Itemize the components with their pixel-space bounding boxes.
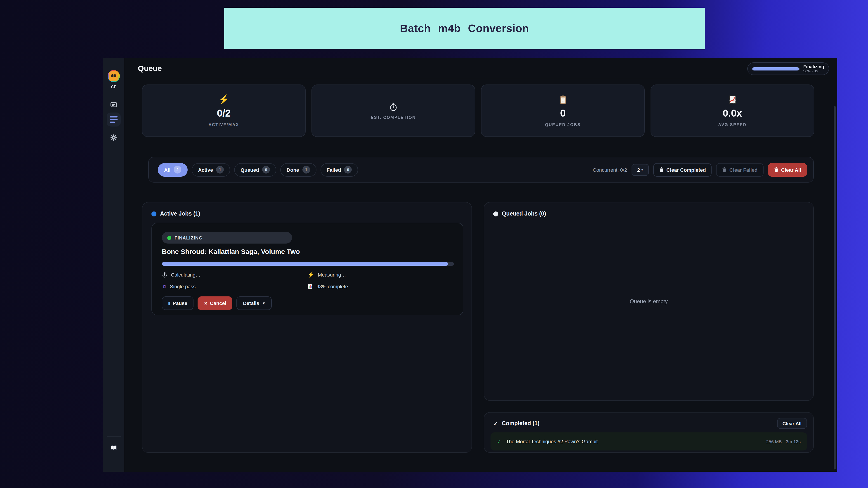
queued-status-dot: [493, 211, 498, 216]
completed-item-size: 256 MB: [766, 439, 782, 444]
sidebar-item-settings[interactable]: [103, 134, 124, 141]
global-progress-fill: [752, 67, 799, 70]
stat-label: ACTIVE/MAX: [209, 123, 239, 127]
stat-label: AVG SPEED: [718, 123, 746, 127]
trash-icon: [659, 167, 664, 172]
title-banner: Batch m4b Conversion: [224, 8, 705, 49]
cancel-button[interactable]: × Cancel: [198, 296, 232, 310]
count-badge: 2: [174, 166, 181, 173]
pause-button[interactable]: Ⅱ Pause: [162, 296, 194, 310]
progress-detail-label: 98% • 0s: [803, 69, 824, 73]
chevron-down-icon: ▾: [641, 168, 643, 172]
sidebar-divider: [107, 436, 121, 437]
details-button[interactable]: Details ▼: [237, 296, 272, 310]
sidebar: CF: [103, 58, 124, 472]
completed-panel: ✓ Completed (1) Clear All ✓ The Mortal T…: [484, 412, 814, 453]
active-jobs-panel: Active Jobs (1) FINALIZING Bone Shroud: …: [142, 202, 472, 453]
stat-card-est-completion: EST. COMPLETION: [311, 85, 475, 137]
sidebar-item-docs[interactable]: [103, 445, 124, 451]
filter-tabs: All 2 Active 1 Queued 0 Done 1 Failed: [158, 163, 358, 176]
card-text-icon: [110, 101, 118, 108]
tab-all[interactable]: All 2: [158, 163, 188, 176]
sidebar-item-library[interactable]: [103, 101, 124, 108]
progress-stage-label: Finalizing: [803, 64, 824, 69]
stat-card-queued-jobs: 0 QUEUED JOBS: [481, 85, 645, 137]
stopwatch-icon: [389, 102, 398, 112]
stat-label: EST. COMPLETION: [371, 115, 416, 120]
job-detail-pass: ♫ Single pass: [162, 283, 307, 290]
close-icon: ×: [204, 300, 207, 306]
stat-label: QUEUED JOBS: [545, 123, 581, 127]
count-badge: 0: [262, 166, 270, 173]
clear-failed-button[interactable]: Clear Failed: [716, 163, 764, 176]
concurrent-select[interactable]: 2 ▾: [631, 164, 649, 175]
tab-done[interactable]: Done 1: [280, 163, 316, 176]
active-status-dot: [151, 211, 156, 216]
music-notes-icon: ♫: [162, 283, 166, 290]
count-badge: 1: [216, 166, 224, 173]
stat-value: 0: [560, 107, 566, 119]
completed-item-title: The Mortal Techniques #2 Pawn's Gambit: [506, 439, 598, 444]
tab-queued[interactable]: Queued 0: [234, 163, 276, 176]
job-detail-speed: ⚡ Measuring…: [307, 271, 453, 278]
sidebar-item-queue[interactable]: [107, 112, 121, 127]
app-logo-core: [109, 71, 119, 81]
count-badge: 1: [302, 166, 310, 173]
job-detail-eta: Calculating…: [162, 271, 307, 278]
bar-chart-icon: [307, 283, 313, 289]
open-book-icon: [110, 445, 117, 451]
queue-list-icon: [110, 116, 118, 118]
chart-increasing-icon: [728, 94, 736, 104]
job-progress-track: [162, 262, 454, 266]
completed-clear-all-button[interactable]: Clear All: [777, 418, 807, 429]
job-progress-fill: [162, 262, 448, 266]
queued-panel-title: Queued Jobs (0): [502, 210, 546, 217]
job-status-label: FINALIZING: [175, 235, 203, 240]
job-card: FINALIZING Bone Shroud: Kallattian Saga,…: [151, 223, 463, 315]
global-progress-widget: Finalizing 98% • 0s: [747, 62, 829, 75]
stat-value: 0.0x: [723, 107, 742, 119]
window-header: Queue Finalizing 98% • 0s: [124, 58, 837, 79]
pause-icon: Ⅱ: [168, 301, 170, 306]
tab-failed[interactable]: Failed 0: [320, 163, 358, 176]
check-icon: ✓: [493, 420, 498, 427]
app-window: CF: [103, 58, 837, 472]
lightning-icon: ⚡: [218, 94, 229, 105]
stat-card-avg-speed: 0.0x AVG SPEED: [651, 85, 814, 137]
job-detail-percent: 98% complete: [307, 283, 453, 290]
trash-icon: [774, 167, 778, 172]
vertical-scrollbar[interactable]: [834, 106, 836, 469]
page-heading: Queue: [138, 64, 162, 73]
stat-value: 0/2: [217, 107, 230, 119]
filter-bar: All 2 Active 1 Queued 0 Done 1 Failed: [148, 157, 814, 183]
clear-completed-button[interactable]: Clear Completed: [653, 163, 712, 176]
check-icon: ✓: [497, 438, 501, 445]
lightning-icon: ⚡: [307, 271, 314, 278]
global-progress-track: [752, 67, 800, 70]
app-logo-icon[interactable]: [107, 70, 120, 82]
completed-panel-title: Completed (1): [502, 420, 539, 427]
queued-jobs-panel: Queued Jobs (0) Queue is empty: [484, 202, 814, 401]
gear-icon: [110, 134, 118, 141]
active-panel-title: Active Jobs (1): [160, 210, 200, 217]
clipboard-icon: [559, 94, 567, 104]
job-title: Bone Shroud: Kallattian Saga, Volume Two: [162, 248, 453, 255]
brand-label: CF: [103, 85, 124, 89]
tab-active[interactable]: Active 1: [192, 163, 230, 176]
screen: Batch m4b Conversion CF: [0, 0, 868, 488]
queue-empty-message: Queue is empty: [484, 298, 813, 304]
page-title: Batch m4b Conversion: [400, 22, 529, 35]
completed-item-duration: 3m 12s: [786, 439, 801, 444]
job-status-badge: FINALIZING: [162, 232, 292, 243]
open-book-eye-glyph: [111, 73, 117, 79]
chevron-down-icon: ▼: [262, 301, 266, 305]
trash-icon: [722, 167, 727, 172]
clear-all-button[interactable]: Clear All: [768, 163, 807, 176]
completed-item-row[interactable]: ✓ The Mortal Techniques #2 Pawn's Gambit…: [491, 432, 807, 451]
concurrent-label: Concurrent: 0/2: [593, 167, 627, 172]
stat-card-active-max: ⚡ 0/2 ACTIVE/MAX: [142, 85, 306, 137]
status-dot-icon: [167, 236, 171, 240]
count-badge: 0: [344, 166, 352, 173]
timer-icon: [162, 272, 167, 278]
